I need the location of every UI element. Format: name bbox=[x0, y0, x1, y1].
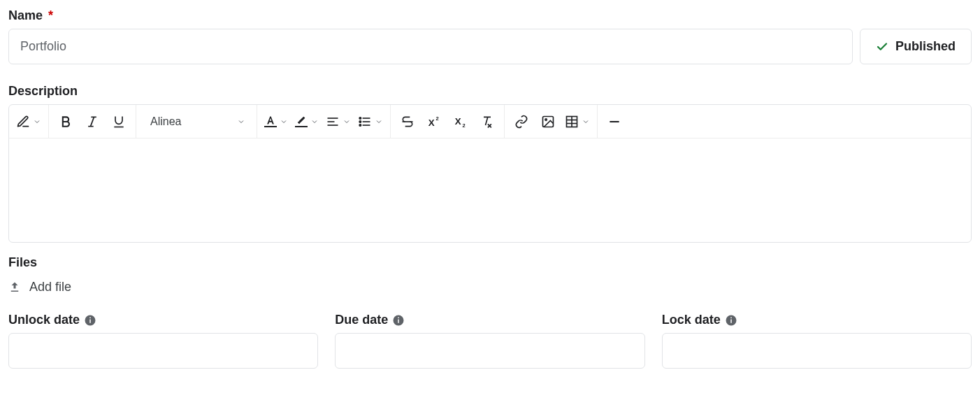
info-icon[interactable] bbox=[725, 314, 737, 327]
add-file-button[interactable]: Add file bbox=[8, 280, 71, 294]
info-icon[interactable] bbox=[392, 314, 405, 327]
svg-rect-34 bbox=[730, 319, 732, 322]
strikethrough-icon bbox=[401, 115, 415, 129]
align-left-icon bbox=[326, 115, 340, 129]
description-editor[interactable] bbox=[9, 138, 971, 242]
svg-rect-28 bbox=[89, 319, 91, 322]
svg-rect-32 bbox=[398, 317, 400, 318]
chevron-down-icon bbox=[33, 118, 41, 126]
name-label-text: Name bbox=[8, 8, 43, 23]
chevron-down-icon bbox=[237, 118, 245, 126]
strikethrough-button[interactable] bbox=[395, 109, 420, 134]
bold-icon bbox=[59, 115, 73, 129]
svg-text:X: X bbox=[455, 116, 461, 127]
subscript-button[interactable]: X2 bbox=[448, 109, 473, 134]
info-icon[interactable] bbox=[84, 314, 96, 327]
svg-point-21 bbox=[545, 118, 547, 120]
text-color-button[interactable] bbox=[261, 109, 291, 134]
chevron-down-icon bbox=[582, 118, 590, 126]
due-date-input[interactable] bbox=[335, 333, 644, 369]
files-label: Files bbox=[8, 255, 972, 270]
svg-text:X: X bbox=[428, 117, 435, 127]
chevron-down-icon bbox=[280, 118, 288, 126]
description-label: Description bbox=[8, 84, 972, 99]
horizontal-rule-icon bbox=[607, 115, 621, 129]
svg-rect-31 bbox=[398, 319, 400, 322]
align-button[interactable] bbox=[323, 109, 354, 134]
rich-text-editor: Alinea bbox=[8, 104, 972, 243]
superscript-button[interactable]: X2 bbox=[421, 109, 447, 134]
unlock-date-label-text: Unlock date bbox=[8, 313, 80, 327]
bold-button[interactable] bbox=[53, 109, 78, 134]
check-icon bbox=[876, 41, 888, 53]
underline-button[interactable] bbox=[106, 109, 131, 134]
paragraph-style-select[interactable]: Alinea bbox=[140, 109, 252, 134]
upload-icon bbox=[8, 281, 21, 294]
name-label: Name * bbox=[8, 8, 972, 23]
clear-format-icon bbox=[480, 115, 494, 129]
lock-date-input[interactable] bbox=[662, 333, 972, 369]
link-button[interactable] bbox=[509, 109, 534, 134]
svg-text:2: 2 bbox=[436, 115, 439, 122]
italic-icon bbox=[85, 115, 99, 129]
paragraph-style-label: Alinea bbox=[150, 115, 181, 128]
published-label: Published bbox=[895, 39, 956, 54]
list-button[interactable] bbox=[355, 109, 386, 134]
highlight-button[interactable] bbox=[292, 109, 322, 134]
lock-date-label-text: Lock date bbox=[662, 313, 721, 327]
name-input[interactable] bbox=[8, 29, 853, 64]
link-icon bbox=[514, 115, 528, 129]
svg-rect-29 bbox=[89, 317, 91, 318]
edit-mode-button[interactable] bbox=[13, 109, 44, 134]
svg-text:2: 2 bbox=[463, 122, 466, 129]
svg-line-2 bbox=[91, 117, 94, 126]
editor-toolbar: Alinea bbox=[9, 105, 971, 138]
chevron-down-icon bbox=[375, 118, 383, 126]
pencil-icon bbox=[16, 115, 30, 129]
italic-button[interactable] bbox=[80, 109, 105, 134]
clear-format-button[interactable] bbox=[475, 109, 500, 134]
published-status-button[interactable]: Published bbox=[860, 29, 972, 64]
subscript-icon: X2 bbox=[453, 115, 468, 129]
svg-point-11 bbox=[359, 120, 361, 122]
svg-rect-35 bbox=[730, 317, 732, 318]
text-color-icon bbox=[264, 115, 277, 125]
svg-point-12 bbox=[359, 124, 361, 126]
list-icon bbox=[358, 115, 372, 129]
chevron-down-icon bbox=[310, 118, 319, 126]
required-indicator: * bbox=[48, 8, 53, 23]
add-file-label: Add file bbox=[29, 280, 71, 294]
superscript-icon: X2 bbox=[426, 115, 442, 129]
due-date-label: Due date bbox=[335, 313, 644, 327]
horizontal-rule-button[interactable] bbox=[602, 109, 627, 134]
description-label-text: Description bbox=[8, 84, 78, 99]
highlight-icon bbox=[295, 115, 308, 125]
table-icon bbox=[565, 115, 579, 129]
unlock-date-input[interactable] bbox=[8, 333, 318, 369]
svg-point-10 bbox=[359, 117, 361, 119]
image-button[interactable] bbox=[535, 109, 561, 134]
lock-date-label: Lock date bbox=[662, 313, 972, 327]
unlock-date-label: Unlock date bbox=[8, 313, 318, 327]
table-button[interactable] bbox=[562, 109, 593, 134]
underline-icon bbox=[112, 115, 126, 129]
image-icon bbox=[541, 115, 555, 129]
due-date-label-text: Due date bbox=[335, 313, 388, 327]
files-label-text: Files bbox=[8, 255, 37, 270]
chevron-down-icon bbox=[343, 118, 351, 126]
